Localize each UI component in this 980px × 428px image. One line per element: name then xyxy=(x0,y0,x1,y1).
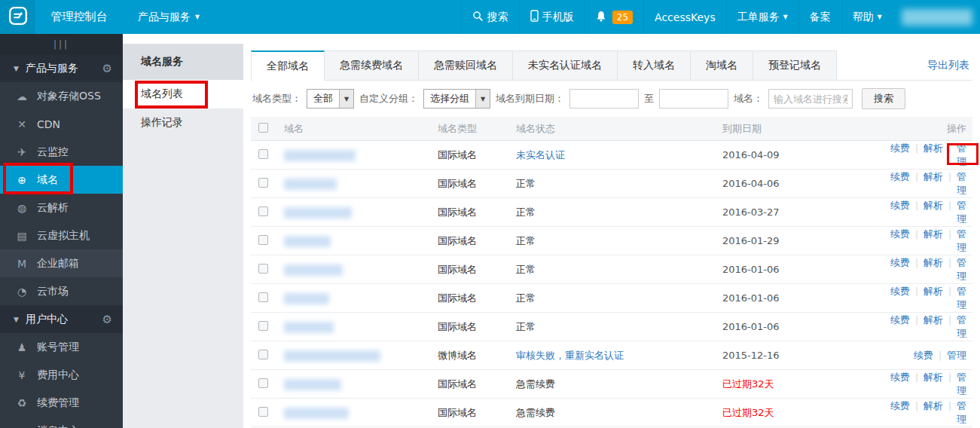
search-button[interactable]: 搜索 xyxy=(862,88,905,109)
resolve-link[interactable]: 解析 xyxy=(924,200,943,211)
sidebar-user-list: ♟账号管理¥费用中心♻续费管理✉消息中心 xyxy=(0,333,123,428)
actions-cell: 续费|解析|管理 xyxy=(881,285,968,312)
tab-all-domains[interactable]: 全部域名 xyxy=(251,50,325,81)
manage-link[interactable]: 管理 xyxy=(957,314,966,339)
status-link[interactable]: 未实名认证 xyxy=(516,149,565,160)
resolve-link[interactable]: 解析 xyxy=(924,371,943,383)
tab-transfer-in[interactable]: 转入域名 xyxy=(617,50,691,81)
select-all-checkbox[interactable] xyxy=(258,123,268,133)
sidebar-item-dns[interactable]: ◍云解析 xyxy=(0,194,123,222)
renew-link[interactable]: 续费 xyxy=(890,171,910,182)
sidebar-item-account[interactable]: ♟账号管理 xyxy=(0,333,123,361)
renew-link[interactable]: 续费 xyxy=(890,371,910,383)
row-checkbox[interactable] xyxy=(258,264,268,274)
custom-group-select[interactable]: 选择分组 ▼ xyxy=(423,89,490,109)
resolve-link[interactable]: 解析 xyxy=(924,171,943,182)
expiry-to-input[interactable] xyxy=(659,89,728,109)
sidebar-collapse-toggle[interactable]: ||| xyxy=(0,34,123,54)
row-checkbox[interactable] xyxy=(258,407,268,417)
export-list-link[interactable]: 导出列表 xyxy=(927,59,972,72)
manage-link[interactable]: 管理 xyxy=(957,257,966,282)
row-checkbox[interactable] xyxy=(258,292,268,302)
sidebar-item-enterprise-mail[interactable]: M企业邮箱 xyxy=(0,249,123,277)
gear-icon[interactable]: ⚙ xyxy=(102,313,112,326)
renew-link[interactable]: 续费 xyxy=(890,228,910,240)
status-link[interactable]: 审核失败，重新实名认证 xyxy=(516,350,624,361)
sidebar-item-oss[interactable]: ☁对象存储OSS xyxy=(0,82,123,110)
sidebar-item-billing[interactable]: ¥费用中心 xyxy=(0,361,123,389)
manage-link[interactable]: 管理 xyxy=(957,200,966,225)
subnav-body: 域名列表操作记录 xyxy=(123,80,243,428)
action-separator: | xyxy=(948,258,951,268)
resolve-link[interactable]: 解析 xyxy=(924,228,943,240)
sidebar-item-cloud-monitor[interactable]: ✈云监控 xyxy=(0,138,123,166)
username-redacted[interactable] xyxy=(902,9,972,26)
gear-icon[interactable]: ⚙ xyxy=(102,62,112,75)
sidebar-item-domain[interactable]: ⊕域名 xyxy=(0,166,123,194)
manage-link[interactable]: 管理 xyxy=(957,286,966,310)
topbar-notifications[interactable]: 25 xyxy=(585,0,643,34)
topbar-beian[interactable]: 备案 xyxy=(798,0,841,34)
resolve-link[interactable]: 解析 xyxy=(924,257,943,268)
renew-link[interactable]: 续费 xyxy=(890,400,910,411)
resolve-link[interactable]: 解析 xyxy=(924,314,943,326)
renew-link[interactable]: 续费 xyxy=(890,286,910,297)
subnav-item-operation-log[interactable]: 操作记录 xyxy=(123,109,243,137)
aliyun-logo[interactable] xyxy=(0,0,35,34)
row-checkbox[interactable] xyxy=(258,149,268,159)
sidebar-section-products[interactable]: ▼ 产品与服务 ⚙ xyxy=(0,54,123,82)
expiry-from-input[interactable] xyxy=(569,89,639,109)
renew-link[interactable]: 续费 xyxy=(890,200,910,211)
topbar-help-menu[interactable]: 帮助 ▼ xyxy=(841,0,893,34)
tab-redeem-urgent[interactable]: 急需赎回域名 xyxy=(418,50,513,81)
resolve-link[interactable]: 解析 xyxy=(924,286,943,297)
topbar-ticket-menu[interactable]: 工单服务 ▼ xyxy=(726,0,798,34)
action-separator: | xyxy=(948,286,951,297)
tab-tao-domains[interactable]: 淘域名 xyxy=(690,50,753,81)
manage-link[interactable]: 管理 xyxy=(957,171,966,196)
domain-cell xyxy=(284,264,438,276)
row-checkbox[interactable] xyxy=(258,178,268,188)
topbar-mobile-button[interactable]: 手机版 xyxy=(519,0,585,34)
subnav-item-domain-list[interactable]: 域名列表 xyxy=(123,80,243,109)
domain-name-redacted xyxy=(284,179,337,190)
topbar-accesskeys[interactable]: AccessKeys xyxy=(643,0,726,34)
tab-pre-register[interactable]: 预登记域名 xyxy=(753,50,837,81)
sidebar-item-message[interactable]: ✉消息中心 xyxy=(0,417,123,428)
sidebar-section-user[interactable]: ▼ 用户中心 ⚙ xyxy=(0,305,123,333)
renew-link[interactable]: 续费 xyxy=(890,257,910,268)
domain-search-input[interactable] xyxy=(768,89,853,109)
sidebar-item-label: 云虚拟主机 xyxy=(37,229,90,243)
manage-link[interactable]: 管理 xyxy=(957,228,966,253)
renew-link[interactable]: 续费 xyxy=(914,350,933,361)
sidebar-item-renewal[interactable]: ♻续费管理 xyxy=(0,389,123,417)
row-checkbox[interactable] xyxy=(258,206,268,216)
console-title[interactable]: 管理控制台 xyxy=(35,10,123,24)
resolve-link[interactable]: 解析 xyxy=(924,400,943,411)
tab-renew-urgent[interactable]: 急需续费域名 xyxy=(324,50,419,81)
manage-link[interactable]: 管理 xyxy=(957,371,966,396)
row-checkbox[interactable] xyxy=(258,321,268,331)
products-services-menu[interactable]: 产品与服务 ▼ xyxy=(123,0,215,34)
topbar-search-button[interactable]: 搜索 xyxy=(461,0,519,34)
manage-link[interactable]: 管理 xyxy=(947,350,966,361)
domain-type-cell: 国际域名 xyxy=(438,406,516,420)
action-separator: | xyxy=(915,258,918,268)
sidebar-item-cdn[interactable]: ✕CDN xyxy=(0,110,123,138)
sidebar-item-label: 对象存储OSS xyxy=(37,90,101,103)
search-icon xyxy=(472,11,484,24)
tab-unverified[interactable]: 未实名认证域名 xyxy=(512,50,618,81)
row-checkbox[interactable] xyxy=(258,350,268,359)
renew-link[interactable]: 续费 xyxy=(890,142,910,154)
domain-type-select[interactable]: 全部 ▼ xyxy=(307,89,354,109)
row-checkbox[interactable] xyxy=(258,235,268,245)
resolve-link[interactable]: 解析 xyxy=(924,142,943,154)
expiry-cell: 2016-01-29 xyxy=(722,235,881,246)
sidebar-item-cloud-market[interactable]: ◔云市场 xyxy=(0,277,123,305)
renew-link[interactable]: 续费 xyxy=(890,314,910,326)
manage-link[interactable]: 管理 xyxy=(957,400,966,425)
sidebar-item-web-hosting[interactable]: ▤云虚拟主机 xyxy=(0,222,123,249)
domain-status-cell: 正常 xyxy=(516,292,722,305)
row-checkbox[interactable] xyxy=(258,378,268,388)
manage-link[interactable]: 管理 xyxy=(957,142,966,167)
